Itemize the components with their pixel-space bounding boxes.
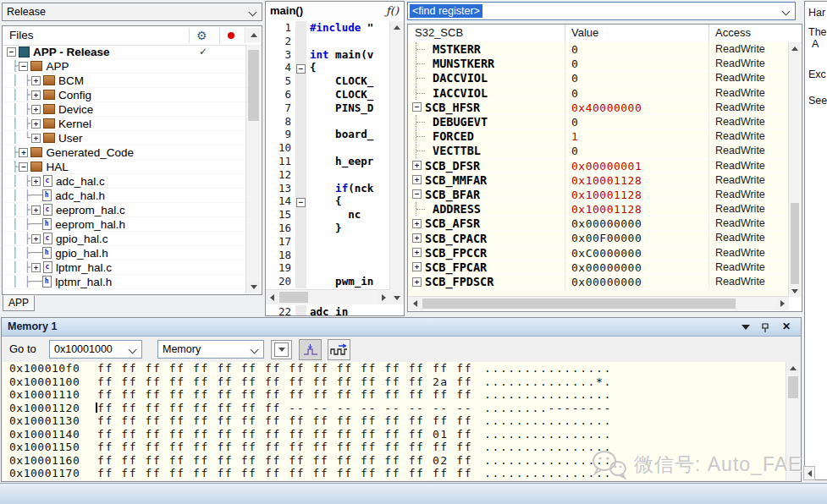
- register-hscrollbar[interactable]: [409, 296, 789, 310]
- register-row[interactable]: MUNSTKERR 0 ReadWrite: [408, 57, 789, 71]
- editor-scroll-left-button[interactable]: [266, 290, 278, 304]
- memory-row[interactable]: 0x10001160 ff ff ff ff ff ff ff ff ff ff…: [3, 454, 800, 468]
- column-header-group[interactable]: S32_SCB: [408, 25, 565, 42]
- register-scroll-down-button[interactable]: [789, 285, 801, 297]
- register-row[interactable]: MSTKERR 0 ReadWrite: [408, 42, 789, 57]
- memory-ascii[interactable]: ................: [484, 454, 612, 468]
- memory-bytes[interactable]: ff ff ff ff ff ff ff ff ff ff ff ff ff f…: [97, 414, 472, 428]
- editor-vscrollbar[interactable]: [389, 21, 404, 304]
- register-row[interactable]: IACCVIOL 0 ReadWrite: [408, 86, 789, 101]
- register-value[interactable]: 0x10001128: [565, 188, 709, 201]
- tree-expand-box[interactable]: +: [31, 205, 41, 215]
- tree-expand-box[interactable]: +: [31, 177, 41, 186]
- window-menu-icon[interactable]: [742, 325, 750, 330]
- register-expand-box[interactable]: +: [412, 233, 422, 243]
- build-config-selector[interactable]: Release: [2, 3, 262, 21]
- memory-ascii[interactable]: ................: [484, 388, 612, 402]
- tree-item[interactable]: │ ├ + c eeprom_hal.c: [3, 203, 246, 217]
- register-expand-box[interactable]: +: [412, 248, 422, 257]
- tree-item[interactable]: │ ├ + BCM: [3, 74, 246, 88]
- memory-scroll-up-button[interactable]: [786, 362, 800, 375]
- editor-scroll-down-button[interactable]: [390, 292, 404, 304]
- register-value[interactable]: 0x00000000: [565, 216, 709, 230]
- tree-expand-box[interactable]: +: [31, 263, 41, 272]
- close-icon[interactable]: ✕: [782, 318, 791, 335]
- register-row[interactable]: + SCB_FPCAR 0x00000000 ReadWrite: [408, 260, 789, 275]
- memory-vscrollbar-thumb[interactable]: [788, 376, 798, 398]
- memory-bytes[interactable]: ff ff ff ff ff ff ff ff ff ff ff ff ff f…: [97, 441, 472, 454]
- register-row[interactable]: + SCB_FPDSCR 0x00000000 ReadWrite: [408, 275, 789, 289]
- register-row[interactable]: DACCVIOL 0 ReadWrite: [408, 71, 789, 85]
- register-expand-box[interactable]: +: [412, 277, 422, 287]
- fold-box-icon[interactable]: −: [296, 198, 306, 207]
- editor-scroll-right-button[interactable]: [378, 290, 390, 304]
- fold-margin[interactable]: −: [295, 61, 306, 74]
- gear-icon[interactable]: ⚙: [196, 27, 207, 44]
- register-row[interactable]: FORCED 1 ReadWrite: [408, 129, 789, 144]
- register-hscrollbar-thumb[interactable]: [422, 299, 736, 309]
- memory-row[interactable]: 0x10001170 ff ff ff ff ff ff ff ff ff ff…: [3, 467, 800, 480]
- register-expand-box[interactable]: +: [412, 219, 422, 228]
- register-row[interactable]: − SCB_BFAR 0x10001128 ReadWrite: [408, 188, 789, 202]
- register-row[interactable]: + SCB_CPACR 0x00F00000 ReadWrite: [408, 231, 789, 245]
- memory-hex-view[interactable]: 0x100010f0 ff ff ff ff ff ff ff ff ff ff…: [3, 362, 800, 480]
- tree-item[interactable]: │ └ + User: [3, 131, 246, 145]
- register-value[interactable]: 0x00000000: [565, 260, 709, 274]
- tree-item[interactable]: − APP - Release ✓: [3, 45, 246, 59]
- register-row[interactable]: ADDRESS 0x10001128 ReadWrite: [408, 202, 789, 216]
- fold-box-icon[interactable]: −: [296, 64, 306, 74]
- memory-ascii[interactable]: ................: [484, 467, 612, 480]
- register-value[interactable]: 0x10001128: [565, 202, 709, 216]
- memory-row[interactable]: 0x10001150 ff ff ff ff ff ff ff ff ff ff…: [3, 441, 800, 454]
- tree-expand-box[interactable]: +: [31, 234, 41, 244]
- memory-row[interactable]: 0x10001140 ff ff ff ff ff ff ff ff ff ff…: [3, 428, 800, 441]
- tree-item[interactable]: ├ + Generated_Code: [3, 145, 246, 160]
- register-vscrollbar-thumb[interactable]: [791, 203, 799, 284]
- register-value[interactable]: 0: [565, 57, 709, 70]
- register-scroll-up-button[interactable]: [789, 42, 801, 54]
- live-update-button[interactable]: [328, 339, 350, 360]
- register-value[interactable]: 0x40000000: [565, 101, 709, 114]
- fold-margin[interactable]: [295, 74, 306, 88]
- fold-margin[interactable]: [295, 48, 306, 62]
- memory-bytes[interactable]: ff ff ff ff ff ff ff ff -- -- -- -- -- -…: [97, 402, 472, 415]
- register-expand-box[interactable]: +: [412, 262, 422, 271]
- fold-margin[interactable]: [295, 21, 306, 35]
- register-value[interactable]: 0: [565, 42, 709, 56]
- fold-margin[interactable]: [295, 261, 306, 275]
- memory-row[interactable]: 0x10001110 ff ff ff ff ff ff ff ff ff ff…: [3, 388, 800, 402]
- tree-expand-box[interactable]: −: [7, 47, 16, 57]
- memory-ascii[interactable]: ................: [484, 362, 612, 375]
- register-value[interactable]: 0: [565, 144, 709, 157]
- fold-margin[interactable]: −: [295, 194, 306, 208]
- fold-margin[interactable]: [295, 128, 306, 141]
- fold-margin[interactable]: [295, 249, 306, 262]
- register-value[interactable]: 0: [565, 115, 709, 129]
- tree-scrollbar-thumb[interactable]: [248, 50, 259, 121]
- tree-item[interactable]: │ ├── h gpio_hal.h: [3, 246, 246, 260]
- editor-hscrollbar-thumb[interactable]: [279, 292, 308, 303]
- memory-bytes[interactable]: ff ff ff ff ff ff ff ff ff ff ff ff ff f…: [97, 428, 472, 441]
- memory-ascii[interactable]: ................: [484, 428, 612, 441]
- memory-ascii[interactable]: ..............*.: [484, 375, 612, 389]
- register-row[interactable]: + SCB_MMFAR 0x10001128 ReadWrite: [408, 173, 789, 188]
- register-expand-box[interactable]: +: [412, 175, 422, 184]
- tree-expand-box[interactable]: −: [19, 162, 28, 172]
- fold-margin[interactable]: [295, 88, 306, 101]
- memory-bytes[interactable]: ff ff ff ff ff ff ff ff ff ff ff ff ff f…: [97, 362, 472, 375]
- memory-view-combo[interactable]: Memory: [157, 340, 264, 359]
- tree-item[interactable]: │ ├── h adc_hal.h: [3, 189, 246, 203]
- fold-margin[interactable]: [295, 35, 306, 48]
- fold-margin[interactable]: [295, 101, 306, 115]
- register-row[interactable]: VECTTBL 0 ReadWrite: [408, 144, 789, 158]
- info-panel-scroll-left-button[interactable]: [803, 466, 815, 480]
- memory-bytes[interactable]: ff ff ff ff ff ff ff ff ff ff ff ff ff f…: [97, 454, 472, 468]
- fold-margin[interactable]: [295, 182, 306, 195]
- pin-icon[interactable]: [761, 321, 769, 338]
- fold-margin[interactable]: [295, 275, 306, 288]
- register-value[interactable]: 0: [565, 86, 709, 100]
- tab-app[interactable]: APP: [3, 295, 35, 311]
- tree-item[interactable]: │ ├── h lptmr_hal.h: [3, 275, 246, 289]
- memory-row[interactable]: 0x100010f0 ff ff ff ff ff ff ff ff ff ff…: [3, 362, 800, 375]
- fold-margin[interactable]: [295, 141, 306, 155]
